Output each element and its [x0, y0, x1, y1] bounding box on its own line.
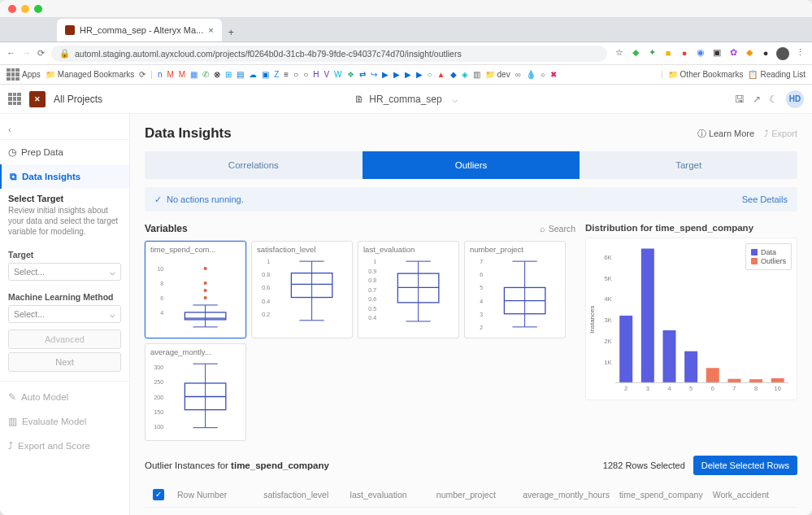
bm-icon[interactable]: ✆: [202, 70, 209, 79]
zoom-dot[interactable]: [34, 5, 42, 13]
bookmark-icon[interactable]: ⟳: [139, 70, 145, 79]
bm-icon[interactable]: ❖: [347, 70, 354, 79]
bm-icon[interactable]: ⟐: [541, 70, 545, 79]
bm-icon[interactable]: 💧: [526, 70, 536, 79]
project-selector[interactable]: 🗎 HR_comma_sep ⌵: [354, 94, 457, 105]
col-header[interactable]: average_montly_hours: [518, 490, 614, 500]
sidebar-export-score[interactable]: ⤴Export and Score: [0, 434, 129, 458]
bm-icon[interactable]: ▦: [190, 70, 198, 79]
apps-shortcut[interactable]: Apps: [7, 68, 41, 81]
ext-icon[interactable]: ◉: [695, 47, 706, 59]
bookmark-folder[interactable]: 📁 dev: [485, 70, 510, 79]
bm-icon[interactable]: n: [158, 70, 163, 79]
table-row[interactable]: ✓ 2 0.8 0.86 5 262 6 false: [145, 508, 797, 515]
ext-icon[interactable]: ●: [679, 47, 690, 59]
bm-icon[interactable]: ○: [293, 70, 298, 79]
bm-icon[interactable]: ▶: [393, 70, 400, 79]
bm-icon[interactable]: ▥: [473, 70, 480, 79]
minimize-dot[interactable]: [21, 5, 29, 13]
app-switcher-icon[interactable]: [8, 93, 21, 106]
bm-icon[interactable]: ⊗: [214, 70, 220, 79]
bm-icon[interactable]: ▲: [437, 70, 445, 79]
col-header[interactable]: Work_accident: [708, 490, 794, 500]
col-header[interactable]: Row Number: [172, 490, 258, 500]
next-button[interactable]: Next: [8, 352, 121, 372]
url-field[interactable]: 🔒 automl.staging.automl.ayxcloud.com/pro…: [51, 46, 607, 62]
bm-icon[interactable]: ⇄: [359, 70, 366, 79]
all-projects-link[interactable]: All Projects: [54, 94, 102, 105]
bm-icon[interactable]: ▶: [405, 70, 411, 79]
bm-icon[interactable]: ▶: [416, 70, 423, 79]
ext-icon[interactable]: ▣: [711, 47, 723, 59]
ext-icon[interactable]: ◆: [744, 47, 755, 59]
bookmark-folder[interactable]: 📁 Other Bookmarks: [668, 70, 744, 79]
bm-icon[interactable]: ▤: [237, 70, 244, 79]
bm-icon[interactable]: ≡: [284, 70, 289, 79]
bm-icon[interactable]: ⊞: [225, 70, 232, 79]
ext-icon[interactable]: ✦: [646, 47, 658, 59]
close-dot[interactable]: [8, 5, 16, 13]
variable-card[interactable]: last_evaluation 0.40.50.60.70.80.91: [358, 241, 459, 338]
bm-icon[interactable]: V: [323, 70, 329, 79]
advanced-button[interactable]: Advanced: [8, 330, 121, 349]
bm-icon[interactable]: ◈: [462, 70, 468, 79]
target-select[interactable]: Select... ⌵: [8, 263, 121, 281]
bm-icon[interactable]: ▶: [382, 70, 389, 79]
delete-rows-button[interactable]: Delete Selected Rows: [693, 456, 797, 475]
export-button[interactable]: ⤴ Export: [764, 129, 797, 138]
see-details-link[interactable]: See Details: [742, 194, 788, 204]
bm-icon[interactable]: ☁: [249, 70, 257, 79]
profile-icon[interactable]: [776, 47, 789, 60]
user-avatar[interactable]: HD: [786, 90, 804, 108]
tab-correlations[interactable]: Correlations: [145, 151, 363, 179]
bm-icon[interactable]: M: [167, 70, 173, 79]
sidebar-prep-data[interactable]: ◷ Prep Data: [0, 140, 129, 164]
sidebar-evaluate[interactable]: ▥Evaluate Model: [0, 409, 129, 434]
col-header[interactable]: number_project: [432, 490, 518, 500]
col-header[interactable]: satisfaction_level: [258, 490, 345, 500]
bm-icon[interactable]: ✖: [550, 70, 557, 79]
star-icon[interactable]: ☆: [614, 47, 625, 59]
tab-outliers[interactable]: Outliers: [363, 151, 580, 179]
reading-list[interactable]: 📋 Reading List: [748, 70, 805, 79]
nav-fwd-icon[interactable]: →: [22, 48, 31, 59]
learn-more-link[interactable]: ⓘ Learn More: [697, 128, 754, 140]
close-tab-icon[interactable]: ×: [208, 25, 213, 35]
bm-icon[interactable]: ○: [303, 70, 308, 79]
variable-card[interactable]: satisfaction_level 0.20.40.60.81: [251, 241, 353, 338]
bm-icon[interactable]: ∞: [515, 70, 521, 79]
new-tab-button[interactable]: +: [222, 24, 241, 41]
variable-card[interactable]: number_project 234567: [464, 241, 566, 338]
bm-icon[interactable]: M: [179, 70, 185, 79]
ext-icon[interactable]: ✿: [727, 47, 739, 59]
nav-reload-icon[interactable]: ⟳: [37, 48, 45, 59]
bm-icon[interactable]: ◆: [450, 70, 457, 79]
ext-icon[interactable]: ●: [760, 47, 771, 59]
nav-back-icon[interactable]: ←: [7, 48, 15, 59]
select-all-checkbox[interactable]: ✓: [153, 489, 164, 500]
kebab-icon[interactable]: ⋮: [794, 47, 805, 59]
bm-icon[interactable]: ○: [428, 70, 432, 79]
ml-method-select[interactable]: Select... ⌵: [8, 305, 121, 323]
ext-icon[interactable]: ◆: [630, 47, 641, 59]
ext-icon[interactable]: ■: [662, 47, 674, 59]
browser-tab[interactable]: HR_comma_sep - Alteryx Ma... ×: [57, 19, 222, 41]
sidebar-back[interactable]: ‹: [0, 119, 129, 140]
bm-icon[interactable]: ↪: [371, 70, 377, 79]
col-header[interactable]: time_spend_company: [614, 490, 708, 500]
variable-card[interactable]: time_spend_com... 46810: [145, 241, 246, 338]
save-icon[interactable]: 🖫: [735, 94, 745, 105]
variable-card[interactable]: average_montly... 100150200250300: [145, 343, 246, 441]
bookmark-folder[interactable]: 📁 Managed Bookmarks: [46, 70, 135, 79]
bm-icon[interactable]: W: [334, 70, 341, 79]
theme-icon[interactable]: ☾: [769, 94, 778, 105]
sidebar-data-insights[interactable]: ⧉ Data Insights: [0, 164, 129, 189]
col-header[interactable]: last_evaluation: [345, 490, 432, 500]
bm-icon[interactable]: Z: [274, 70, 279, 79]
variables-search[interactable]: ⌕Search: [540, 224, 575, 233]
alteryx-logo[interactable]: ✕: [29, 91, 46, 107]
sidebar-auto-model[interactable]: ✎Auto Model: [0, 385, 129, 409]
bm-icon[interactable]: H: [313, 70, 319, 79]
share-icon[interactable]: ↗: [753, 94, 761, 105]
tab-target[interactable]: Target: [580, 151, 797, 179]
